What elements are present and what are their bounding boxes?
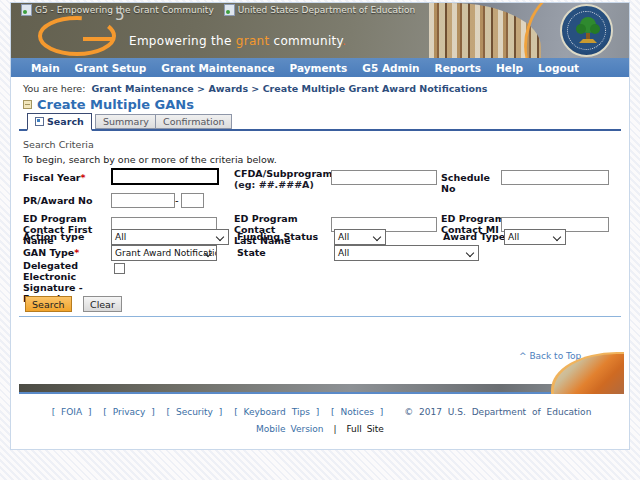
gan-type-label: GAN Type*	[23, 248, 109, 259]
tagline-pre: Empowering the	[129, 34, 236, 48]
page-title-icon	[23, 100, 32, 109]
page-title: Create Multiple GANs	[23, 97, 194, 112]
search-criteria-heading: Search Criteria	[23, 139, 94, 150]
tagline-accent: grant	[236, 34, 270, 48]
schedule-no-input[interactable]	[501, 170, 609, 185]
action-type-select[interactable]: All	[111, 229, 229, 245]
footer-copyright: © 2017 U.S. Department of Education	[404, 407, 591, 417]
delegated-signature-checkbox[interactable]	[114, 263, 125, 274]
mobile-version-link[interactable]: Mobile Version	[256, 424, 323, 434]
pr-award-no-separator: -	[175, 195, 179, 206]
nav-g5-admin[interactable]: G5 Admin	[362, 62, 419, 74]
fiscal-year-input[interactable]	[111, 168, 219, 185]
gan-type-required: *	[74, 247, 79, 258]
pr-award-no-input-1[interactable]	[111, 193, 175, 208]
funding-status-value: All	[338, 232, 349, 242]
dept-of-education-seal	[560, 4, 613, 57]
tab-search[interactable]: Search	[27, 113, 92, 131]
banner-tagline: Empowering the grant community.	[129, 34, 346, 48]
tagline-post: community	[269, 34, 342, 48]
breadcrumb-path[interactable]: Grant Maintenance > Awards > Create Mult…	[91, 83, 487, 94]
seal-tree-icon	[573, 15, 603, 49]
tab-summary-label: Summary	[103, 116, 149, 127]
breadcrumb: You are here: Grant Maintenance > Awards…	[23, 83, 487, 94]
cfda-label: CFDA/Subprogram(eg: ##.###A)	[234, 169, 330, 191]
funding-status-label: Funding Status	[237, 232, 327, 243]
gan-type-label-text: GAN Type	[23, 247, 74, 258]
bottom-banner-strip	[19, 384, 621, 392]
gan-type-value: Grant Award Notification	[115, 248, 217, 258]
header-banner: G5 - Empowering the Grant Community Unit…	[11, 3, 629, 58]
footer-link-keyboard-tips[interactable]: Keyboard Tips	[234, 407, 319, 417]
award-type-label: Award Type	[443, 232, 513, 243]
footer-links: FOIA Privacy Security Keyboard Tips Noti…	[11, 407, 629, 417]
action-type-value: All	[115, 232, 126, 242]
fiscal-year-required: *	[81, 172, 86, 183]
footer-link-privacy[interactable]: Privacy	[103, 407, 154, 417]
state-select[interactable]: All	[334, 245, 479, 261]
breadcrumb-prefix: You are here:	[23, 83, 85, 94]
ed-badge: United States Department of Education	[224, 4, 415, 16]
tab-bar: Search Summary Confirmation	[19, 113, 621, 131]
main-panel: G5 - Empowering the Grant Community Unit…	[10, 2, 630, 450]
action-type-label: Action type	[23, 232, 109, 243]
tab-confirmation-label: Confirmation	[163, 116, 224, 127]
g5-badge-icon	[21, 4, 32, 16]
footer-link-security[interactable]: Security	[167, 407, 223, 417]
cfda-input[interactable]	[331, 170, 437, 185]
nav-reports[interactable]: Reports	[435, 62, 481, 74]
full-site-label[interactable]: Full Site	[346, 424, 384, 434]
chevron-down-icon	[216, 233, 224, 241]
g5-logo-number: 5	[115, 6, 125, 24]
nav-payments[interactable]: Payments	[290, 62, 348, 74]
tagline-period: .	[342, 34, 346, 48]
tab-confirmation[interactable]: Confirmation	[155, 114, 232, 129]
page-title-text: Create Multiple GANs	[37, 97, 194, 112]
bottom-blue-line	[19, 392, 621, 394]
content-divider	[19, 316, 621, 317]
footer-separator: |	[333, 424, 336, 434]
clear-button[interactable]: Clear	[83, 296, 122, 312]
chevron-down-icon	[373, 233, 381, 241]
ed-badge-label: United States Department of Education	[238, 5, 415, 15]
footer-link-foia[interactable]: FOIA	[52, 407, 92, 417]
fiscal-year-label-text: Fiscal Year	[23, 172, 81, 183]
pr-award-no-label: PR/Award No	[23, 196, 109, 207]
cfda-hint: (eg: ##.###A)	[234, 179, 314, 190]
ed-badge-icon	[224, 4, 235, 16]
cfda-label-text: CFDA/Subprogram	[234, 168, 332, 179]
fiscal-year-label: Fiscal Year*	[23, 173, 109, 184]
schedule-no-label: Schedule No	[441, 173, 501, 195]
footer-site-mode: Mobile Version | Full Site	[11, 424, 629, 434]
chevron-down-icon	[466, 249, 474, 257]
nav-grant-maintenance[interactable]: Grant Maintenance	[161, 62, 274, 74]
tab-search-label: Search	[47, 116, 84, 127]
chevron-down-icon	[553, 233, 561, 241]
state-value: All	[338, 248, 349, 258]
nav-logout[interactable]: Logout	[538, 62, 579, 74]
search-button[interactable]: Search	[25, 296, 72, 312]
gan-type-select[interactable]: Grant Award Notification	[111, 245, 217, 261]
award-type-value: All	[508, 232, 519, 242]
state-label: State	[237, 248, 297, 259]
tab-search-icon	[35, 117, 44, 126]
pr-award-no-input-2[interactable]	[181, 193, 204, 208]
nav-grant-setup[interactable]: Grant Setup	[75, 62, 147, 74]
banner-photo	[429, 3, 629, 58]
nav-help[interactable]: Help	[496, 62, 523, 74]
main-nav: Main Grant Setup Grant Maintenance Payme…	[11, 58, 629, 77]
footer-link-notices[interactable]: Notices	[331, 407, 383, 417]
back-to-top-link[interactable]: ^ Back to Top	[519, 351, 581, 361]
search-instructions: To begin, search by one or more of the c…	[23, 154, 277, 165]
nav-main[interactable]: Main	[31, 62, 60, 74]
funding-status-select[interactable]: All	[334, 229, 386, 245]
tab-summary[interactable]: Summary	[95, 114, 157, 129]
award-type-select[interactable]: All	[504, 229, 566, 245]
